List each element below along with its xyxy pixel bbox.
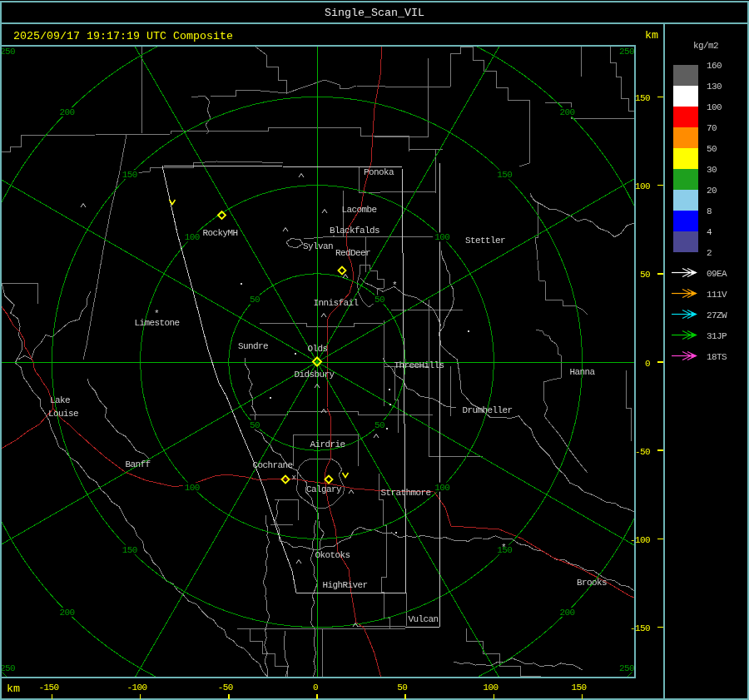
svg-text:Banff: Banff [125, 459, 150, 469]
svg-text:250: 250 [619, 47, 634, 57]
svg-text:100: 100 [635, 181, 650, 191]
svg-text:RedDeer: RedDeer [335, 248, 370, 258]
svg-text:150: 150 [122, 170, 137, 180]
svg-text:Calgary: Calgary [306, 484, 342, 494]
svg-text:Vulcan: Vulcan [408, 614, 438, 624]
svg-text:50: 50 [374, 420, 384, 430]
svg-text:ThreeHills: ThreeHills [394, 360, 444, 370]
svg-text:100: 100 [483, 683, 498, 693]
svg-text:Innisfail: Innisfail [313, 298, 358, 308]
svg-text:150: 150 [497, 170, 512, 180]
svg-text:Ponoka: Ponoka [364, 167, 394, 177]
svg-text:200: 200 [60, 608, 75, 618]
svg-text:Lake: Lake [50, 395, 70, 405]
svg-text:160: 160 [707, 61, 722, 71]
svg-text:50: 50 [640, 270, 650, 280]
svg-text:2025/09/17 19:17:19 UTC Compos: 2025/09/17 19:17:19 UTC Composite [13, 30, 233, 42]
svg-text:-150: -150 [38, 683, 58, 693]
svg-text:kg/m2: kg/m2 [693, 41, 718, 51]
svg-text:km: km [7, 683, 20, 695]
svg-text:100: 100 [707, 102, 722, 112]
svg-text:Louise: Louise [48, 409, 78, 419]
svg-text:50: 50 [397, 683, 407, 693]
svg-text:Cochrane: Cochrane [252, 460, 292, 470]
svg-text:30: 30 [707, 165, 717, 175]
svg-text:27ZW: 27ZW [707, 310, 727, 320]
svg-text:HighRiver: HighRiver [322, 580, 367, 590]
svg-text:-100: -100 [127, 683, 147, 693]
svg-text:-50: -50 [218, 683, 233, 693]
svg-text:50: 50 [250, 420, 260, 430]
svg-text:Limestone: Limestone [134, 318, 179, 328]
svg-text:Drumheller: Drumheller [462, 405, 512, 415]
svg-text:Hanna: Hanna [569, 367, 595, 377]
svg-text:Blackfalds: Blackfalds [330, 226, 379, 236]
svg-text:70: 70 [707, 123, 717, 133]
svg-text:100: 100 [434, 232, 449, 242]
svg-text:250: 250 [0, 47, 15, 57]
svg-text:Sundre: Sundre [238, 341, 268, 351]
svg-text:Single_Scan_VIL: Single_Scan_VIL [325, 7, 424, 19]
svg-text:Strathmore: Strathmore [380, 488, 430, 498]
svg-text:*: * [392, 280, 397, 290]
svg-text:4: 4 [707, 227, 712, 237]
svg-text:18TS: 18TS [707, 352, 727, 362]
svg-text:50: 50 [374, 295, 384, 305]
svg-text:km: km [645, 29, 658, 42]
svg-text:09EA: 09EA [707, 269, 727, 279]
svg-text:0: 0 [313, 683, 318, 693]
svg-text:-50: -50 [635, 447, 650, 457]
svg-text:*: * [501, 543, 506, 553]
svg-text:Stettler: Stettler [465, 236, 505, 246]
svg-text:200: 200 [60, 107, 75, 117]
svg-text:Lacombe: Lacombe [341, 205, 376, 215]
svg-text:Okotoks: Okotoks [315, 550, 350, 560]
svg-text:111V: 111V [707, 290, 727, 300]
svg-text:Didsbury: Didsbury [294, 370, 335, 380]
svg-text:150: 150 [122, 545, 137, 555]
svg-text:x: x [292, 474, 296, 482]
svg-text:150: 150 [572, 683, 587, 693]
svg-text:8: 8 [707, 206, 712, 216]
svg-text:130: 130 [707, 82, 722, 92]
svg-text:100: 100 [185, 232, 200, 242]
svg-text:20: 20 [707, 186, 717, 196]
svg-text:0: 0 [645, 359, 650, 369]
svg-text:Sylvan: Sylvan [303, 241, 333, 251]
svg-text:250: 250 [0, 663, 15, 673]
svg-text:200: 200 [559, 107, 574, 117]
svg-text:150: 150 [635, 93, 650, 103]
svg-text:*: * [154, 309, 159, 319]
svg-text:-100: -100 [630, 535, 650, 545]
svg-text:250: 250 [619, 663, 634, 673]
svg-text:Olds: Olds [307, 344, 327, 354]
svg-text:Airdrie: Airdrie [310, 439, 345, 449]
svg-text:31JP: 31JP [707, 331, 727, 341]
svg-text:200: 200 [559, 608, 574, 618]
svg-text:100: 100 [185, 483, 200, 493]
svg-text:Brooks: Brooks [577, 578, 607, 588]
svg-text:2: 2 [707, 248, 712, 258]
svg-text:50: 50 [707, 144, 717, 154]
svg-text:-150: -150 [630, 623, 650, 633]
svg-text:50: 50 [250, 295, 260, 305]
svg-text:RockyMH: RockyMH [202, 228, 237, 238]
svg-text:100: 100 [434, 483, 449, 493]
